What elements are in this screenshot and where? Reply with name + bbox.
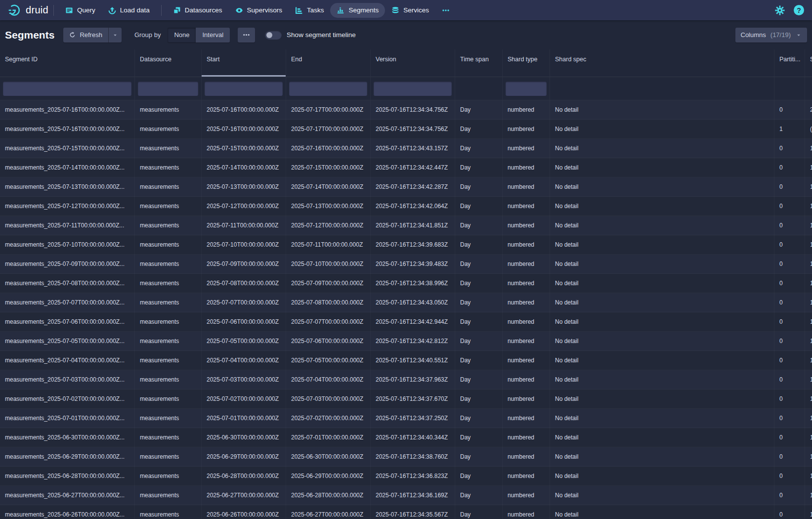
cell-start: 2025-07-08T00:00:00.000Z — [202, 274, 286, 293]
nav-item-segments[interactable]: Segments — [330, 3, 385, 18]
cell-shard_spec: No detail — [550, 255, 774, 274]
more-options-button[interactable] — [238, 28, 255, 43]
cell-time_span: Day — [455, 312, 503, 332]
col-header-size[interactable]: S — [805, 49, 812, 77]
cell-partition: 0 — [774, 351, 805, 370]
nav-item-more[interactable] — [435, 3, 456, 18]
group-by-option-none[interactable]: None — [168, 28, 196, 43]
col-header-time_span[interactable]: Time span — [455, 49, 503, 77]
nav-item-load-data[interactable]: Load data — [102, 3, 156, 18]
table-row[interactable]: measurements_2025-07-12T00:00:00.000Z...… — [0, 197, 812, 216]
table-row[interactable]: measurements_2025-06-30T00:00:00.000Z...… — [0, 428, 812, 447]
cell-end: 2025-07-08T00:00:00.000Z — [286, 293, 371, 312]
refresh-dropdown-caret[interactable] — [108, 28, 122, 43]
cell-time_span: Day — [455, 120, 503, 139]
col-header-shard_spec[interactable]: Shard spec — [550, 49, 774, 77]
table-row[interactable]: measurements_2025-07-06T00:00:00.000Z...… — [0, 312, 812, 332]
table-row[interactable]: measurements_2025-07-07T00:00:00.000Z...… — [0, 293, 812, 312]
more-icon — [243, 31, 250, 39]
cell-size: 1 — [805, 486, 812, 505]
col-header-shard_type[interactable]: Shard type — [503, 49, 550, 77]
col-header-start[interactable]: Start — [202, 49, 286, 77]
table-row[interactable]: measurements_2025-07-04T00:00:00.000Z...… — [0, 351, 812, 370]
cell-partition: 1 — [774, 120, 805, 139]
cell-datasource: measurements — [135, 312, 202, 332]
table-row[interactable]: measurements_2025-07-15T00:00:00.000Z...… — [0, 139, 812, 158]
cell-shard_type: numbered — [503, 139, 550, 158]
cell-datasource: measurements — [135, 197, 202, 216]
cell-version: 2025-07-16T12:34:36.823Z — [371, 467, 455, 486]
cell-partition: 0 — [774, 100, 805, 120]
druid-logo[interactable]: druid — [8, 3, 48, 17]
table-row[interactable]: measurements_2025-07-11T00:00:00.000Z...… — [0, 216, 812, 235]
table-row[interactable]: measurements_2025-07-03T00:00:00.000Z...… — [0, 370, 812, 389]
cell-size: 1 — [805, 312, 812, 332]
help-icon[interactable]: ? — [794, 5, 804, 15]
table-row[interactable]: measurements_2025-06-27T00:00:00.000Z...… — [0, 486, 812, 505]
filter-cell-end — [286, 77, 371, 100]
cell-shard_type: numbered — [503, 235, 550, 255]
cell-time_span: Day — [455, 255, 503, 274]
nav-item-supervisors[interactable]: Supervisors — [229, 3, 289, 18]
filter-input-version[interactable] — [374, 82, 452, 96]
col-header-end[interactable]: End — [286, 49, 371, 77]
col-header-version[interactable]: Version — [371, 49, 455, 77]
table-row[interactable]: measurements_2025-07-13T00:00:00.000Z...… — [0, 177, 812, 197]
filter-cell-size — [805, 77, 812, 100]
filter-input-start[interactable] — [205, 82, 283, 96]
segment-timeline-switch[interactable]: Show segment timeline — [265, 31, 356, 40]
cell-start: 2025-07-03T00:00:00.000Z — [202, 370, 286, 389]
group-by-option-interval[interactable]: Interval — [196, 28, 230, 43]
table-row[interactable]: measurements_2025-07-14T00:00:00.000Z...… — [0, 158, 812, 177]
cell-start: 2025-07-09T00:00:00.000Z — [202, 255, 286, 274]
table-row[interactable]: measurements_2025-07-16T00:00:00.000Z...… — [0, 120, 812, 139]
cell-shard_spec: No detail — [550, 505, 774, 519]
cell-version: 2025-07-16T12:34:36.169Z — [371, 486, 455, 505]
nav-item-tasks[interactable]: Tasks — [289, 3, 331, 18]
refresh-button[interactable]: Refresh — [63, 28, 122, 43]
cell-size: 2 — [805, 100, 812, 120]
cell-partition: 0 — [774, 216, 805, 235]
cell-partition: 0 — [774, 370, 805, 389]
table-row[interactable]: measurements_2025-07-09T00:00:00.000Z...… — [0, 255, 812, 274]
nav-item-query[interactable]: Query — [59, 3, 102, 18]
col-header-partition[interactable]: Partiti... — [774, 49, 805, 77]
cell-end: 2025-07-16T00:00:00.000Z — [286, 139, 371, 158]
filter-input-end[interactable] — [289, 82, 367, 96]
table-row[interactable]: measurements_2025-06-26T00:00:00.000Z...… — [0, 505, 812, 519]
col-header-datasource[interactable]: Datasource — [135, 49, 202, 77]
cell-version: 2025-07-16T12:34:40.344Z — [371, 428, 455, 447]
cell-shard_type: numbered — [503, 197, 550, 216]
cell-size: 1 — [805, 255, 812, 274]
table-row[interactable]: measurements_2025-07-02T00:00:00.000Z...… — [0, 389, 812, 409]
filter-cell-datasource — [135, 77, 202, 100]
filter-input-shard_type[interactable] — [506, 82, 547, 96]
cell-datasource: measurements — [135, 120, 202, 139]
filter-input-datasource[interactable] — [138, 82, 198, 96]
table-row[interactable]: measurements_2025-06-29T00:00:00.000Z...… — [0, 447, 812, 467]
cell-version: 2025-07-16T12:34:39.683Z — [371, 235, 455, 255]
cell-end: 2025-07-07T00:00:00.000Z — [286, 312, 371, 332]
table-row[interactable]: measurements_2025-06-28T00:00:00.000Z...… — [0, 467, 812, 486]
cell-start: 2025-06-26T00:00:00.000Z — [202, 505, 286, 519]
table-row[interactable]: measurements_2025-07-01T00:00:00.000Z...… — [0, 409, 812, 428]
filter-input-segment_id[interactable] — [3, 82, 131, 96]
table-row[interactable]: measurements_2025-07-05T00:00:00.000Z...… — [0, 332, 812, 351]
cell-end: 2025-07-01T00:00:00.000Z — [286, 428, 371, 447]
filter-cell-time_span — [455, 77, 503, 100]
nav-item-services[interactable]: Services — [385, 3, 435, 18]
switch-track[interactable] — [265, 31, 282, 40]
columns-button[interactable]: Columns (17/19) — [735, 28, 808, 43]
table-row[interactable]: measurements_2025-07-08T00:00:00.000Z...… — [0, 274, 812, 293]
nav-item-label: Load data — [120, 6, 150, 14]
settings-gear-icon[interactable] — [775, 5, 785, 15]
cell-start: 2025-06-28T00:00:00.000Z — [202, 467, 286, 486]
cell-shard_spec: No detail — [550, 139, 774, 158]
table-row[interactable]: measurements_2025-07-10T00:00:00.000Z...… — [0, 235, 812, 255]
nav-item-datasources[interactable]: Datasources — [167, 3, 229, 18]
col-header-segment_id[interactable]: Segment ID — [0, 49, 135, 77]
cell-segment_id: measurements_2025-07-12T00:00:00.000Z... — [0, 197, 135, 216]
refresh-button-main[interactable]: Refresh — [63, 28, 108, 43]
table-row[interactable]: measurements_2025-07-16T00:00:00.000Z...… — [0, 100, 812, 120]
cell-start: 2025-07-13T00:00:00.000Z — [202, 177, 286, 197]
